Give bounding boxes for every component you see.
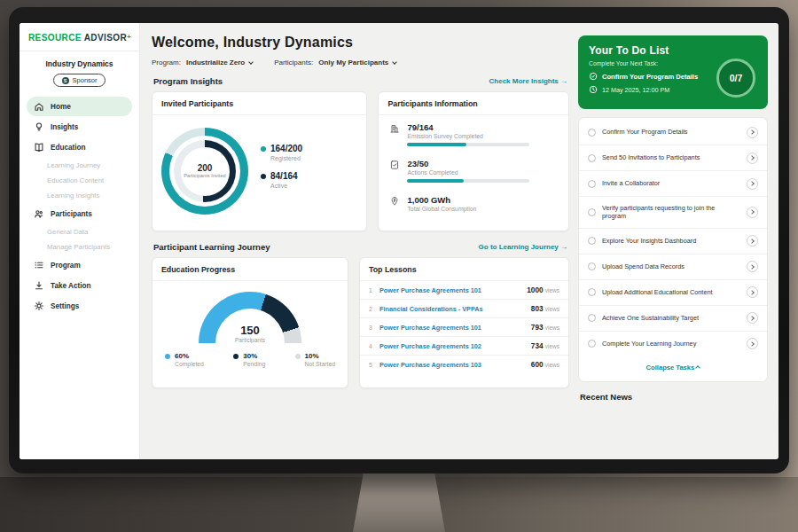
legend-label: Not Started [305, 361, 335, 367]
card-title: Participants Information [379, 92, 568, 115]
task-checkbox[interactable] [588, 208, 596, 216]
task-item[interactable]: Explore Your Insights Dashboard [579, 229, 767, 254]
task-item[interactable]: Confirm Your Program Details [579, 120, 767, 145]
task-chevron-icon[interactable] [747, 207, 758, 218]
task-chevron-icon[interactable] [747, 338, 758, 349]
lesson-link[interactable]: Power Purchase Agreements 101 [379, 324, 531, 332]
sidebar-item-take-action[interactable]: Take Action [27, 276, 132, 295]
legend-active: 84/164 Active [261, 171, 302, 189]
sidebar-item-general-data[interactable]: General Data [20, 224, 139, 239]
todo-summary-card: Your To Do List Complete Your Next Task:… [578, 35, 768, 109]
org-name: Industry Dynamics [20, 51, 139, 72]
task-chevron-icon[interactable] [747, 261, 758, 272]
lesson-link[interactable]: Power Purchase Agreements 101 [379, 286, 527, 294]
task-checkbox[interactable] [588, 154, 596, 162]
go-to-learning-journey-link[interactable]: Go to Learning Journey → [479, 243, 567, 251]
task-checkbox[interactable] [588, 180, 596, 188]
sidebar-item-learning-insights[interactable]: Learning Insights [20, 188, 139, 203]
lesson-link[interactable]: Financial Considerations - VPPAs [379, 305, 531, 313]
sidebar-item-education[interactable]: Education [27, 137, 132, 157]
legend-pct: 60% [175, 352, 189, 360]
sidebar-item-manage-participants[interactable]: Manage Participants [20, 239, 139, 254]
task-checkbox[interactable] [588, 288, 596, 296]
emission-survey-row: 79/164 Emission Survey Completed [379, 115, 568, 152]
sidebar-item-learning-journey[interactable]: Learning Journey [20, 158, 139, 173]
task-item[interactable]: Send 50 Invitations to Participants [579, 145, 767, 171]
metric-label: Actions Completed [407, 169, 529, 176]
invited-legend: 164/200 Registered 84/164 Active [261, 144, 302, 199]
task-chevron-icon[interactable] [747, 312, 758, 324]
invited-participants-card: Invited Participants 200 Participants In… [152, 91, 367, 231]
sidebar-item-insights[interactable]: Insights [27, 117, 132, 137]
task-chevron-icon[interactable] [747, 127, 758, 138]
legend-pending: 30% Pending [233, 352, 265, 367]
sidebar-item-education-content[interactable]: Education Content [20, 173, 139, 188]
lesson-views: 734 [531, 342, 544, 350]
gear-icon [34, 301, 44, 311]
consumption-row: 1,000 GWh Total Global Consumption [379, 188, 568, 217]
sidebar-item-program[interactable]: Program [27, 255, 132, 275]
task-chevron-icon[interactable] [747, 178, 758, 190]
lesson-rank: 3 [369, 325, 379, 331]
participants-filter-label: Participants: [274, 59, 313, 66]
list-icon [34, 260, 44, 270]
education-progress-card: Education Progress 150 Participants 60% … [152, 257, 348, 388]
task-checkbox[interactable] [588, 314, 596, 322]
recent-news-heading: Recent News [580, 392, 766, 402]
teal-dot-icon [261, 146, 266, 152]
energy-pin-icon [389, 196, 400, 207]
sidebar-item-participants[interactable]: Participants [27, 204, 132, 223]
legend-registered: 164/200 Registered [261, 144, 302, 161]
task-chevron-icon[interactable] [747, 286, 758, 298]
navy-dot-icon [233, 354, 239, 359]
legend-pct: 30% [243, 352, 257, 360]
task-checkbox[interactable] [588, 129, 596, 137]
section-heading: Program Insights [153, 76, 223, 86]
task-item[interactable]: Upload Additional Educational Content [579, 280, 767, 306]
task-item[interactable]: Verify participants requesting to join t… [579, 197, 767, 229]
todo-progress-ring: 0/7 [716, 59, 755, 98]
sidebar-item-home[interactable]: Home [27, 97, 132, 116]
sidebar-item-label: Settings [51, 302, 79, 310]
participants-filter-value: Only My Participants [318, 59, 388, 66]
lightblue-dot-icon [165, 354, 170, 359]
due-date-row: 12 May 2025, 12:00 PM [589, 85, 713, 94]
task-checkbox[interactable] [588, 340, 596, 348]
task-chevron-icon[interactable] [747, 235, 758, 246]
todo-panel: Your To Do List Complete Your Next Task:… [578, 23, 778, 459]
collapse-tasks-link[interactable]: Collapse Tasks [579, 356, 767, 379]
legend-value: 164/200 [270, 144, 302, 153]
sponsor-label: Sponsor [73, 76, 98, 84]
metric-value: 23/50 [407, 159, 529, 168]
lesson-link[interactable]: Power Purchase Agreements 102 [379, 342, 531, 350]
sponsor-badge[interactable]: S Sponsor [53, 74, 106, 87]
task-item[interactable]: Upload Spend Data Records [579, 254, 767, 280]
task-item[interactable]: Invite a Collaborator [579, 171, 767, 197]
participants-filter-select[interactable]: Only My Participants [318, 59, 396, 66]
lesson-row: 2 Financial Considerations - VPPAs 803 v… [360, 300, 568, 318]
card-title: Education Progress [153, 258, 348, 281]
card-title: Invited Participants [153, 92, 366, 115]
navy-dot-icon [261, 174, 266, 179]
task-checkbox[interactable] [588, 237, 596, 245]
donut-center-label: Participants Invited [184, 173, 225, 179]
lesson-rank: 5 [369, 362, 379, 368]
task-item[interactable]: Achieve One Sustainability Target [579, 306, 767, 332]
sidebar-item-label: Education [51, 144, 86, 152]
home-icon [34, 101, 44, 112]
sidebar-item-settings[interactable]: Settings [27, 296, 132, 316]
lesson-link[interactable]: Power Purchase Agreements 103 [379, 361, 531, 369]
logo-plus: + [127, 33, 131, 41]
task-chevron-icon[interactable] [747, 153, 758, 164]
lesson-views: 600 [531, 361, 544, 369]
check-more-insights-link[interactable]: Check More Insights → [489, 77, 567, 85]
program-filter-select[interactable]: Industrialize Zero [186, 59, 253, 66]
task-item[interactable]: Complete Your Learning Journey [579, 332, 767, 356]
task-checkbox[interactable] [588, 262, 596, 270]
donut-center-value: 200 [198, 163, 213, 173]
lesson-views: 1000 [527, 286, 543, 294]
sidebar: RESOURCE ADVISOR+ Industry Dynamics S Sp… [20, 23, 140, 459]
gauge-center-value: 150 [240, 324, 260, 337]
lesson-row: 3 Power Purchase Agreements 101 793 view… [360, 318, 568, 337]
next-task-row[interactable]: Confirm Your Program Details [589, 72, 713, 81]
